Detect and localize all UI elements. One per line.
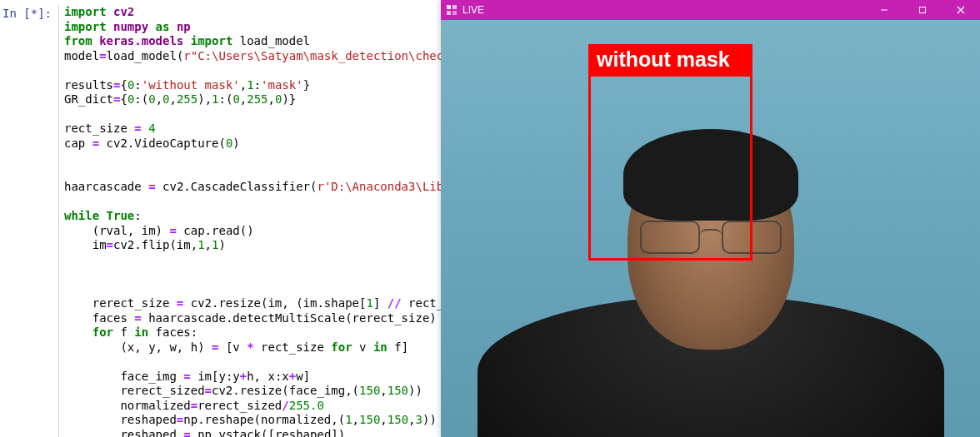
app-icon	[446, 4, 458, 16]
mod: numpy	[113, 20, 148, 33]
op: =	[99, 49, 106, 62]
minimize-button[interactable]	[865, 0, 903, 20]
op: =	[148, 180, 155, 193]
p: ,	[240, 92, 247, 106]
name: rerect_sized	[64, 384, 205, 397]
op: =	[134, 122, 141, 135]
p: )	[218, 238, 225, 251]
p: f]	[388, 340, 408, 354]
op: =	[92, 137, 99, 150]
name: rerect_size	[64, 296, 177, 310]
comma: ,	[240, 78, 247, 92]
p: ,	[408, 413, 415, 426]
p: ,	[205, 238, 212, 251]
num: 0	[232, 92, 239, 106]
call: cv2.resize(face_img,(	[212, 384, 359, 397]
call: cv2.CascadeClassifier(	[156, 180, 318, 193]
colon: :	[254, 78, 261, 92]
num: 0	[162, 92, 169, 106]
num: 1	[366, 296, 372, 310]
p: ,	[170, 92, 177, 106]
call: np.vstack([reshaped])	[191, 428, 345, 438]
p: :(	[134, 92, 148, 106]
op: =	[107, 238, 113, 251]
op: =	[169, 224, 176, 237]
num: 1	[212, 92, 218, 106]
p: )	[232, 137, 239, 150]
maximize-icon	[918, 6, 927, 14]
num: 3	[416, 413, 422, 426]
kw: as	[156, 20, 170, 33]
name: faces	[64, 311, 134, 325]
str: 'without mask'	[142, 78, 240, 92]
num: 150	[359, 384, 380, 397]
name: (rval, im)	[64, 224, 169, 237]
str: 'mask'	[261, 78, 303, 92]
kw: for	[331, 340, 352, 354]
svg-rect-5	[920, 7, 926, 13]
p: h, x:x	[247, 370, 289, 383]
p: rect_size	[254, 340, 332, 354]
name: f	[113, 325, 134, 339]
num: 150	[359, 413, 380, 426]
close-icon	[957, 6, 965, 14]
video-frame: ame Oasi Harkath without mask	[441, 20, 980, 437]
num: 4	[142, 122, 156, 135]
op: =	[183, 428, 190, 438]
close-button[interactable]	[942, 0, 980, 20]
name: reshaped	[64, 428, 183, 438]
op: =	[205, 384, 212, 397]
opencv-window: LIVE ame Oasi Harkath without mask	[441, 0, 980, 437]
p: im[y:y	[191, 370, 240, 383]
brace: {	[120, 92, 127, 106]
p: ,	[268, 92, 275, 106]
p: ,	[352, 413, 359, 426]
window-title: LIVE	[462, 4, 484, 16]
name: model	[64, 49, 99, 62]
kw: import	[64, 5, 107, 18]
num: 1	[247, 78, 253, 92]
svg-rect-0	[447, 5, 451, 9]
alias: np	[177, 20, 191, 33]
name: faces:	[148, 325, 198, 339]
bool: True	[99, 209, 134, 222]
num: 150	[388, 413, 408, 426]
op: *	[247, 340, 253, 354]
detection-box	[588, 67, 752, 261]
p: ,	[380, 413, 387, 426]
p: ))	[422, 413, 437, 426]
name: load_model	[240, 34, 310, 47]
p: v	[352, 340, 373, 354]
num: 0	[148, 92, 155, 106]
op: //	[388, 296, 402, 310]
op: /	[282, 399, 288, 412]
num: 255	[247, 92, 268, 106]
name: normalized	[64, 399, 191, 412]
p: :(	[219, 92, 233, 106]
name: rerect_sized	[198, 399, 282, 412]
svg-rect-2	[447, 11, 451, 15]
op: +	[240, 370, 247, 383]
p: ),	[198, 92, 212, 106]
call: cv2.VideoCapture(	[99, 137, 226, 150]
p: w]	[296, 370, 310, 383]
call: cv2.resize(im, (im.shape[	[183, 296, 366, 310]
p: ))	[408, 384, 422, 397]
svg-rect-3	[452, 11, 457, 15]
num: 255.0	[289, 399, 324, 412]
minimize-icon	[880, 6, 888, 14]
call: cap.read()	[177, 224, 254, 237]
op: =	[134, 311, 141, 325]
p: ]	[373, 296, 388, 310]
kw: while	[64, 209, 99, 222]
p: :	[134, 209, 141, 222]
p: ,	[156, 92, 162, 106]
window-titlebar[interactable]: LIVE	[441, 0, 980, 20]
kw: for	[64, 325, 113, 339]
name: (x, y, w, h)	[64, 340, 212, 354]
name: haarcascade	[64, 180, 148, 193]
call: np.reshape(normalized,(	[183, 413, 345, 426]
op: +	[289, 370, 296, 383]
maximize-button[interactable]	[903, 0, 942, 20]
svg-rect-1	[452, 5, 457, 9]
